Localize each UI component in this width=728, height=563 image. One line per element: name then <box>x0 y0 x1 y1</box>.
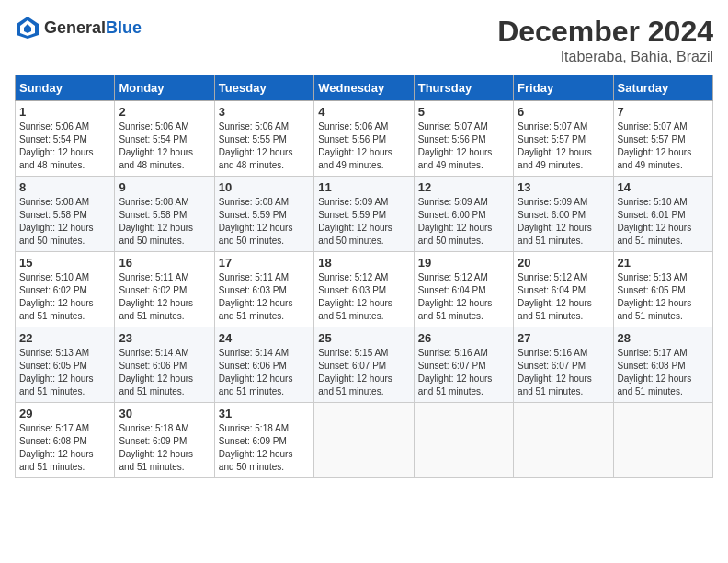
table-row: 1Sunrise: 5:06 AM Sunset: 5:54 PM Daylig… <box>16 101 115 177</box>
table-row: 7Sunrise: 5:07 AM Sunset: 5:57 PM Daylig… <box>613 101 712 177</box>
day-number: 29 <box>19 407 110 420</box>
calendar-week-2: 8Sunrise: 5:08 AM Sunset: 5:58 PM Daylig… <box>16 177 713 252</box>
table-row: 4Sunrise: 5:06 AM Sunset: 5:56 PM Daylig… <box>314 101 414 177</box>
table-row: 29Sunrise: 5:17 AM Sunset: 6:08 PM Dayli… <box>16 403 115 478</box>
table-row: 18Sunrise: 5:12 AM Sunset: 6:03 PM Dayli… <box>314 252 414 327</box>
table-row: 17Sunrise: 5:11 AM Sunset: 6:03 PM Dayli… <box>214 252 313 327</box>
day-number: 23 <box>119 331 210 345</box>
day-info: Sunrise: 5:14 AM Sunset: 6:06 PM Dayligh… <box>119 347 210 398</box>
logo-text-blue: Blue <box>106 18 142 37</box>
calendar-header-row: Sunday Monday Tuesday Wednesday Thursday… <box>16 75 713 101</box>
day-number: 8 <box>19 180 110 194</box>
table-row: 30Sunrise: 5:18 AM Sunset: 6:09 PM Dayli… <box>115 403 214 478</box>
col-wednesday: Wednesday <box>314 75 414 101</box>
table-row: 23Sunrise: 5:14 AM Sunset: 6:06 PM Dayli… <box>115 327 214 403</box>
day-number: 17 <box>219 256 310 270</box>
col-monday: Monday <box>115 75 214 101</box>
table-row: 14Sunrise: 5:10 AM Sunset: 6:01 PM Dayli… <box>613 177 712 252</box>
day-info: Sunrise: 5:16 AM Sunset: 6:07 PM Dayligh… <box>418 347 509 398</box>
table-row <box>514 403 613 478</box>
day-number: 25 <box>318 331 409 345</box>
table-row: 31Sunrise: 5:18 AM Sunset: 6:09 PM Dayli… <box>214 403 313 478</box>
col-saturday: Saturday <box>613 75 712 101</box>
day-info: Sunrise: 5:08 AM Sunset: 5:58 PM Dayligh… <box>19 196 110 247</box>
day-number: 22 <box>19 331 110 345</box>
day-number: 13 <box>518 180 609 194</box>
day-number: 31 <box>219 407 310 420</box>
day-info: Sunrise: 5:12 AM Sunset: 6:03 PM Dayligh… <box>318 271 409 323</box>
logo-text-general: General <box>44 18 106 37</box>
table-row: 20Sunrise: 5:12 AM Sunset: 6:04 PM Dayli… <box>514 252 613 327</box>
col-sunday: Sunday <box>16 75 115 101</box>
table-row: 15Sunrise: 5:10 AM Sunset: 6:02 PM Dayli… <box>16 252 115 327</box>
day-info: Sunrise: 5:14 AM Sunset: 6:06 PM Dayligh… <box>219 347 310 398</box>
table-row: 16Sunrise: 5:11 AM Sunset: 6:02 PM Dayli… <box>115 252 214 327</box>
table-row: 11Sunrise: 5:09 AM Sunset: 5:59 PM Dayli… <box>314 177 414 252</box>
table-row: 3Sunrise: 5:06 AM Sunset: 5:55 PM Daylig… <box>214 101 313 177</box>
day-info: Sunrise: 5:18 AM Sunset: 6:09 PM Dayligh… <box>119 422 210 474</box>
table-row: 19Sunrise: 5:12 AM Sunset: 6:04 PM Dayli… <box>414 252 513 327</box>
col-thursday: Thursday <box>414 75 513 101</box>
day-info: Sunrise: 5:09 AM Sunset: 5:59 PM Dayligh… <box>318 196 409 247</box>
day-number: 7 <box>618 105 709 119</box>
day-info: Sunrise: 5:12 AM Sunset: 6:04 PM Dayligh… <box>418 271 509 323</box>
day-info: Sunrise: 5:11 AM Sunset: 6:02 PM Dayligh… <box>119 271 210 323</box>
day-info: Sunrise: 5:10 AM Sunset: 6:01 PM Dayligh… <box>618 196 709 247</box>
day-info: Sunrise: 5:07 AM Sunset: 5:57 PM Dayligh… <box>618 121 709 172</box>
logo-icon <box>15 15 40 40</box>
day-number: 3 <box>219 105 310 119</box>
day-number: 16 <box>119 256 210 270</box>
day-number: 21 <box>618 256 709 270</box>
table-row: 24Sunrise: 5:14 AM Sunset: 6:06 PM Dayli… <box>214 327 313 403</box>
day-number: 15 <box>19 256 110 270</box>
day-number: 9 <box>119 180 210 194</box>
col-friday: Friday <box>514 75 613 101</box>
day-number: 14 <box>618 180 709 194</box>
day-number: 18 <box>318 256 409 270</box>
day-number: 12 <box>418 180 509 194</box>
calendar-week-1: 1Sunrise: 5:06 AM Sunset: 5:54 PM Daylig… <box>16 101 713 177</box>
day-number: 4 <box>318 105 409 119</box>
table-row: 26Sunrise: 5:16 AM Sunset: 6:07 PM Dayli… <box>414 327 513 403</box>
day-info: Sunrise: 5:17 AM Sunset: 6:08 PM Dayligh… <box>19 422 110 474</box>
day-info: Sunrise: 5:11 AM Sunset: 6:03 PM Dayligh… <box>219 271 310 323</box>
table-row <box>414 403 513 478</box>
calendar-week-5: 29Sunrise: 5:17 AM Sunset: 6:08 PM Dayli… <box>16 403 713 478</box>
location-title: Itaberaba, Bahia, Brazil <box>497 49 713 65</box>
table-row: 25Sunrise: 5:15 AM Sunset: 6:07 PM Dayli… <box>314 327 414 403</box>
day-info: Sunrise: 5:06 AM Sunset: 5:55 PM Dayligh… <box>219 121 310 172</box>
table-row: 2Sunrise: 5:06 AM Sunset: 5:54 PM Daylig… <box>115 101 214 177</box>
day-info: Sunrise: 5:10 AM Sunset: 6:02 PM Dayligh… <box>19 271 110 323</box>
calendar-week-3: 15Sunrise: 5:10 AM Sunset: 6:02 PM Dayli… <box>16 252 713 327</box>
day-info: Sunrise: 5:17 AM Sunset: 6:08 PM Dayligh… <box>618 347 709 398</box>
table-row: 27Sunrise: 5:16 AM Sunset: 6:07 PM Dayli… <box>514 327 613 403</box>
table-row: 13Sunrise: 5:09 AM Sunset: 6:00 PM Dayli… <box>514 177 613 252</box>
day-info: Sunrise: 5:06 AM Sunset: 5:56 PM Dayligh… <box>318 121 409 172</box>
table-row: 21Sunrise: 5:13 AM Sunset: 6:05 PM Dayli… <box>613 252 712 327</box>
day-info: Sunrise: 5:12 AM Sunset: 6:04 PM Dayligh… <box>518 271 609 323</box>
col-tuesday: Tuesday <box>214 75 313 101</box>
day-info: Sunrise: 5:15 AM Sunset: 6:07 PM Dayligh… <box>318 347 409 398</box>
day-number: 19 <box>418 256 509 270</box>
calendar-table: Sunday Monday Tuesday Wednesday Thursday… <box>15 75 713 478</box>
day-number: 27 <box>518 331 609 345</box>
day-info: Sunrise: 5:18 AM Sunset: 6:09 PM Dayligh… <box>219 422 310 474</box>
title-area: December 2024 Itaberaba, Bahia, Brazil <box>497 15 713 65</box>
day-number: 11 <box>318 180 409 194</box>
logo: GeneralBlue <box>15 15 142 40</box>
day-number: 30 <box>119 407 210 420</box>
day-number: 5 <box>418 105 509 119</box>
day-info: Sunrise: 5:16 AM Sunset: 6:07 PM Dayligh… <box>518 347 609 398</box>
day-info: Sunrise: 5:13 AM Sunset: 6:05 PM Dayligh… <box>618 271 709 323</box>
day-info: Sunrise: 5:09 AM Sunset: 6:00 PM Dayligh… <box>518 196 609 247</box>
page-header: GeneralBlue December 2024 Itaberaba, Bah… <box>15 15 713 65</box>
day-number: 1 <box>19 105 110 119</box>
day-number: 24 <box>219 331 310 345</box>
table-row: 5Sunrise: 5:07 AM Sunset: 5:56 PM Daylig… <box>414 101 513 177</box>
day-number: 6 <box>518 105 609 119</box>
day-number: 28 <box>618 331 709 345</box>
day-info: Sunrise: 5:07 AM Sunset: 5:57 PM Dayligh… <box>518 121 609 172</box>
day-info: Sunrise: 5:13 AM Sunset: 6:05 PM Dayligh… <box>19 347 110 398</box>
day-info: Sunrise: 5:08 AM Sunset: 5:59 PM Dayligh… <box>219 196 310 247</box>
day-info: Sunrise: 5:06 AM Sunset: 5:54 PM Dayligh… <box>119 121 210 172</box>
